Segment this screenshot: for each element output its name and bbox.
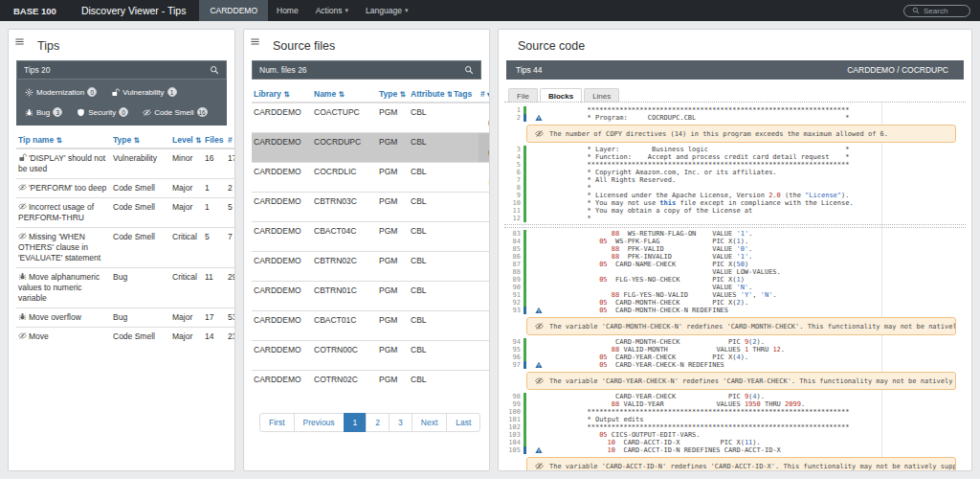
file-row[interactable]: CARDDEMOCOTRN00CPGMCBL23(6): [252, 341, 490, 371]
file-tags: [452, 252, 479, 282]
line-number: 103: [504, 431, 523, 439]
nav-item-project[interactable]: CARDDEMO: [199, 0, 268, 21]
page-button-first[interactable]: First: [259, 413, 295, 432]
tip-row[interactable]: 'DISPLAY' should not be usedVulnerabilit…: [16, 148, 235, 179]
file-library: CARDDEMO: [252, 103, 312, 133]
code-line: 101 * Output edits: [504, 416, 966, 423]
tab-blocks[interactable]: Blocks: [540, 88, 582, 103]
eye-icon: [18, 232, 27, 240]
code-text: 05 CARD-MONTH-CHECK PIC X(2).: [526, 299, 748, 307]
code-text: 05 CARD-YEAR-CHECK PIC X(4).: [526, 354, 748, 361]
column-header-library[interactable]: Library ⇅: [252, 86, 312, 103]
tab-lines[interactable]: Lines: [584, 88, 619, 103]
tip-files: 1: [203, 179, 226, 198]
tip-row[interactable]: Incorrect usage of PERFORM-THRUCode Smel…: [16, 198, 235, 228]
tab-file[interactable]: File: [508, 88, 538, 103]
code-text: *: [526, 184, 591, 192]
tips-filter-box: Modernization0Vulnerability1Bug3Security…: [16, 80, 227, 125]
tip-row[interactable]: 'PERFORM' too deepCode SmellMajor12: [16, 179, 235, 198]
file-library: CARDDEMO: [252, 371, 312, 400]
page-button-next[interactable]: Next: [412, 413, 447, 432]
column-header-level[interactable]: Level ⇅: [170, 132, 203, 148]
files-search-input[interactable]: [259, 65, 464, 75]
column-header--[interactable]: # ⇅: [226, 132, 235, 148]
file-row[interactable]: CARDDEMOCBACT04CPGMCBL32(5): [252, 222, 490, 252]
column-header-attribute[interactable]: Attribute ⇅: [409, 86, 452, 103]
tip-annotation: The variable 'CARD-YEAR-CHECK-N' redefin…: [526, 372, 956, 390]
file-type: PGM: [377, 341, 409, 371]
column-header-type[interactable]: Type ⇅: [111, 132, 170, 148]
page-button-previous[interactable]: Previous: [294, 413, 345, 432]
column-header-tip-name[interactable]: Tip name ⇅: [16, 132, 111, 148]
eye-icon: [143, 108, 151, 117]
line-number: 11: [504, 207, 523, 215]
column-header-type[interactable]: Type ⇅: [377, 86, 409, 103]
column-header--[interactable]: # ▾: [479, 86, 490, 103]
tip-type: Code Smell: [111, 179, 170, 198]
file-row[interactable]: CARDDEMOCOCRDLICPGMCBL34(11): [252, 163, 490, 193]
page-button-last[interactable]: Last: [446, 413, 480, 432]
tip-count: 177: [226, 148, 235, 179]
tips-search-input[interactable]: [24, 65, 210, 75]
code-line: 86 88 PFK-INVALID VALUE '1'.: [504, 253, 966, 261]
file-row[interactable]: CARDDEMOCBACT01CPGMCBL23(2): [252, 311, 490, 341]
tip-row[interactable]: Missing 'WHEN OTHERS' clause in 'EVALUAT…: [16, 228, 235, 268]
app-brand[interactable]: BASE 100: [0, 0, 68, 21]
file-attribute: CBL: [409, 252, 452, 282]
file-row[interactable]: CARDDEMOCOTRN02CPGMCBL23(9): [252, 371, 490, 400]
code-text: 88 FLG-YES-NO-VALID VALUES 'Y', 'N'.: [526, 291, 777, 299]
eye-icon: [535, 129, 544, 138]
filter-label: Code Smell: [154, 108, 193, 117]
page-button-2[interactable]: 2: [366, 413, 390, 432]
nav-item-language[interactable]: Language▾: [357, 0, 416, 21]
warning-icon: [535, 446, 543, 454]
tips-search[interactable]: [16, 60, 227, 80]
page-button-1[interactable]: 1: [344, 413, 368, 432]
tip-row[interactable]: MoveCode SmellMajor1423: [16, 328, 235, 347]
files-menu-icon[interactable]: [250, 36, 260, 47]
line-number: 95: [504, 346, 523, 354]
filter-bug[interactable]: Bug3: [25, 107, 62, 117]
tip-name: Missing 'WHEN OTHERS' clause in 'EVALUAT…: [18, 232, 100, 262]
line-number: 86: [504, 253, 523, 261]
sort-icon: ⇅: [447, 90, 452, 99]
file-row[interactable]: CARDDEMOCBTRN03CPGMCBL33(5): [252, 193, 490, 222]
file-row[interactable]: CARDDEMOCBTRN01CPGMCBL27(4): [252, 282, 490, 311]
line-number: 89: [504, 276, 523, 284]
filter-vulnerability[interactable]: Vulnerability1: [111, 87, 176, 97]
filter-code-smell[interactable]: Code Smell16: [143, 107, 208, 117]
nav-item-actions[interactable]: Actions▾: [307, 0, 357, 21]
files-search[interactable]: [252, 60, 481, 80]
column-header-tags[interactable]: Tags: [452, 86, 479, 103]
filter-count-badge: 16: [197, 107, 208, 117]
file-row[interactable]: CARDDEMOCOACTUPCPGMCBL164(17): [252, 103, 490, 133]
tip-row[interactable]: Move overflowBugMajor1753: [16, 308, 235, 328]
page-button-3[interactable]: 3: [389, 413, 412, 432]
line-number: 85: [504, 245, 523, 253]
code-text: 88 PFK-INVALID VALUE '1'.: [526, 253, 752, 261]
tip-annotation-text: The number of COPY directives (14) in th…: [549, 130, 888, 138]
filter-modernization[interactable]: Modernization0: [25, 87, 97, 97]
filter-security[interactable]: Security0: [77, 107, 128, 117]
file-library: CARDDEMO: [252, 282, 312, 311]
code-line: 6 * Copyright Amazon.com, Inc. or its af…: [504, 169, 966, 176]
tip-row[interactable]: Move alphanumeric values to numeric vari…: [16, 268, 235, 308]
file-row[interactable]: CARDDEMOCOCRDUPCPGMCBL44(10): [252, 133, 490, 163]
tip-files: 11: [203, 268, 226, 308]
file-row[interactable]: CARDDEMOCBTRN02CPGMCBL31(5): [252, 252, 490, 282]
file-attribute: CBL: [409, 311, 452, 341]
global-search-input[interactable]: [924, 7, 960, 15]
column-header-files[interactable]: Files ⇅: [203, 132, 226, 148]
tips-menu-icon[interactable]: [14, 36, 25, 47]
line-number: 91: [504, 291, 523, 299]
tip-name: Move alphanumeric values to numeric vari…: [18, 272, 100, 303]
code-line: 103 05 CICS-OUTPUT-EDIT-VARS.: [504, 431, 966, 439]
sort-icon: ⇅: [283, 90, 289, 99]
file-tip-count: 34(11): [479, 163, 490, 193]
filter-count-badge: 0: [119, 107, 128, 117]
file-attribute: CBL: [409, 103, 452, 133]
line-number: 92: [504, 299, 523, 307]
nav-item-home[interactable]: Home: [268, 0, 307, 21]
column-header-name[interactable]: Name ⇅: [312, 86, 377, 103]
global-search[interactable]: [903, 5, 970, 17]
